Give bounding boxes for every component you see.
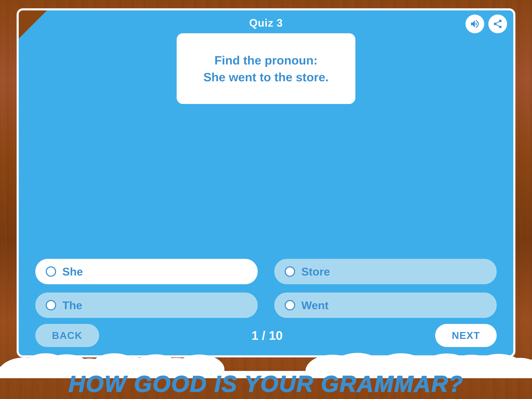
answer-went-label: Went bbox=[301, 299, 329, 312]
answers-grid: She Store The Went bbox=[35, 259, 497, 318]
radio-the bbox=[46, 300, 56, 310]
quiz-panel: Quiz 3 Find the pronoun: She went to the… bbox=[17, 8, 515, 357]
question-text: Find the pronoun: She went to the store. bbox=[203, 52, 329, 85]
answer-she-label: She bbox=[62, 265, 83, 278]
top-buttons bbox=[466, 14, 507, 33]
radio-store bbox=[285, 266, 295, 277]
quiz-panel-inner: Quiz 3 Find the pronoun: She went to the… bbox=[17, 8, 515, 357]
share-button[interactable] bbox=[488, 14, 507, 33]
question-line2: She went to the store. bbox=[203, 70, 329, 84]
answer-store[interactable]: Store bbox=[274, 259, 497, 284]
answer-store-label: Store bbox=[301, 265, 330, 278]
question-card: Find the pronoun: She went to the store. bbox=[177, 33, 355, 104]
sound-icon bbox=[470, 19, 480, 29]
sound-button[interactable] bbox=[466, 14, 484, 33]
radio-she bbox=[46, 266, 56, 277]
bottom-tagline: HOW GOOD IS YOUR GRAMMAR? bbox=[0, 371, 532, 397]
question-line1: Find the pronoun: bbox=[215, 53, 317, 67]
share-icon bbox=[493, 19, 503, 29]
answer-went[interactable]: Went bbox=[274, 293, 497, 318]
radio-went bbox=[285, 300, 295, 310]
answer-the-label: The bbox=[62, 299, 82, 312]
answer-the[interactable]: The bbox=[35, 293, 258, 318]
quiz-title: Quiz 3 bbox=[19, 17, 513, 29]
answer-she[interactable]: She bbox=[35, 259, 258, 284]
